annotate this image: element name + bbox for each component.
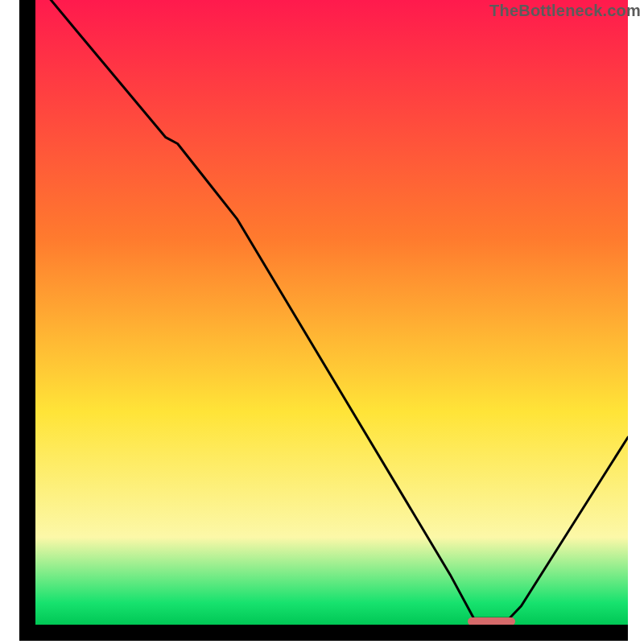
x-axis <box>19 625 628 641</box>
watermark-text: TheBottleneck.com <box>489 2 641 20</box>
plot-area <box>35 0 628 625</box>
chart-stage: TheBottleneck.com <box>0 0 644 644</box>
gradient-background <box>35 0 628 625</box>
y-axis <box>19 0 35 625</box>
optimum-marker <box>468 617 515 625</box>
plot-svg <box>35 0 628 625</box>
